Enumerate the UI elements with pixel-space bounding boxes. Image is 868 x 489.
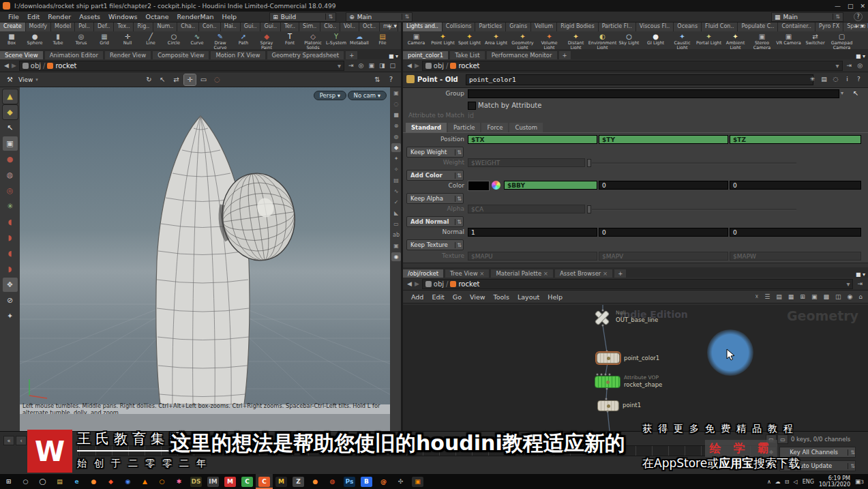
taskbar-icon-b-blue[interactable]: B [358, 474, 375, 489]
language-indicator[interactable]: ENG [803, 479, 814, 485]
back-icon[interactable]: ◀ [407, 280, 412, 287]
taskbar-icon-blender[interactable]: ● [307, 474, 324, 489]
side-tool-icon[interactable]: ▣ [3, 136, 18, 151]
side-tool-icon[interactable]: ● [3, 152, 18, 166]
color-wheel-icon[interactable] [492, 181, 500, 190]
view-tool-icon[interactable]: ↻ [143, 74, 155, 85]
taskbar-icon-orange-app[interactable]: ◍ [324, 474, 341, 489]
close-icon[interactable]: × [543, 270, 548, 277]
shelf-tool[interactable]: ● GI Light [642, 32, 669, 46]
taskbar-icon-substance[interactable]: ▣ [409, 474, 426, 489]
display-option-icon[interactable]: ◣ [391, 209, 401, 218]
param-header-icon[interactable]: ▤ [819, 74, 829, 84]
side-tool-icon[interactable]: ▲ [3, 89, 18, 104]
pane-tab[interactable]: Geometry Spreadsheet [267, 51, 344, 59]
shelf-tool[interactable]: ⇄ Switcher [802, 32, 828, 46]
shelf-more-button[interactable]: + ▾ [384, 23, 400, 29]
side-tool-icon[interactable]: ◆ [3, 105, 18, 119]
keep-weight-menu[interactable]: Keep Weight⇅ [406, 147, 464, 158]
breadcrumb[interactable]: obj/ rocket ▾ [422, 61, 843, 71]
close-icon[interactable]: × [603, 270, 608, 277]
help-icon[interactable]: ? [854, 12, 863, 21]
shelf-tool[interactable]: ✦ Geometry Light [509, 32, 536, 50]
transport-button[interactable]: ‹ [16, 436, 27, 445]
network-menu-item[interactable]: Layout [513, 293, 543, 301]
view-label[interactable]: View [18, 76, 33, 83]
taskbar-icon-zbrush[interactable]: Z [290, 474, 307, 489]
taskbar-icon-search2[interactable]: ○ [153, 474, 170, 489]
keep-texture-menu[interactable]: Keep Texture⇅ [406, 239, 464, 250]
group-pick-arrow-icon[interactable]: ↖ [853, 89, 858, 97]
network-menu-item[interactable]: View [466, 293, 490, 301]
main-view-selector[interactable]: ⊕ Main⇅ [346, 12, 413, 22]
match-by-attribute-checkbox[interactable] [468, 102, 476, 110]
shelf-tool[interactable]: ○ Sky Light [616, 32, 642, 46]
back-icon[interactable]: ◀ [4, 62, 9, 69]
taskbar-icon-marmoset[interactable]: M [222, 474, 239, 489]
display-option-icon[interactable]: ⊗ [391, 121, 401, 130]
param-tab[interactable]: Particle [448, 123, 480, 132]
shelf-tool[interactable]: T Font [278, 32, 301, 46]
shelf-tab[interactable]: Oceans [674, 23, 701, 31]
shelf-tool[interactable]: ▢ Gamepad Camera [828, 32, 855, 50]
pane-tab[interactable]: Animation Editor [45, 51, 103, 59]
menu-item[interactable]: Help [218, 12, 241, 21]
pane-tab[interactable]: Performance Monitor [487, 51, 557, 59]
network-toolbar-icon[interactable]: ☓ [753, 293, 760, 300]
shelf-tab[interactable]: Create [0, 23, 25, 31]
network-menu-item[interactable]: Add [407, 293, 428, 301]
taskbar-icon-edge[interactable]: e [68, 474, 85, 489]
param-scrollbar[interactable] [403, 263, 868, 267]
view-tool-icon[interactable]: ✛ [184, 74, 196, 85]
shelf-tab[interactable]: Tex.. [114, 23, 133, 31]
shelf-tool[interactable]: ▤ File [371, 32, 394, 46]
display-option-icon[interactable]: ▤ [391, 176, 401, 185]
display-option-icon[interactable]: ▭ [391, 220, 401, 228]
pane-tab[interactable]: Take List [450, 51, 484, 59]
persp-selector[interactable]: Persp ▾ [314, 91, 346, 100]
shelf-tool[interactable]: ✦ Ambient Light [722, 32, 749, 50]
shelf-more-button[interactable]: + ▾ [851, 23, 867, 29]
pane-tab[interactable]: Render View [105, 51, 151, 59]
taskbar-icon-cortana[interactable]: ◯ [34, 474, 51, 489]
add-normal-menu[interactable]: Add Normal⇅ [406, 216, 464, 227]
pane-options-icon[interactable]: ■ ▾ [856, 271, 868, 278]
side-tool-icon[interactable]: ◗ [3, 262, 18, 276]
display-option-icon[interactable]: ✧ [391, 165, 401, 174]
network-node-point-color1[interactable] [597, 353, 620, 364]
color-swatch[interactable] [468, 181, 490, 191]
tray-icon[interactable]: ☁ [775, 479, 781, 485]
chevron-down-icon[interactable]: ▾ [846, 280, 850, 288]
tx-field[interactable]: $TX [468, 135, 597, 144]
taskbar-icon-paint-app[interactable]: ✱ [170, 474, 188, 489]
network-canvas[interactable]: Indie Edition Geometry [403, 305, 868, 431]
param-header-icon[interactable]: ? [854, 74, 864, 84]
shelf-tab[interactable]: Container.. [778, 23, 814, 31]
pane-tab[interactable]: Composite View [153, 51, 209, 59]
pane-tab[interactable]: /obj/rocket [403, 269, 443, 278]
shelf-tab[interactable]: Num.. [153, 23, 177, 31]
shelf-tab[interactable]: Fluid Con.. [702, 23, 737, 31]
display-option-icon[interactable]: ◍ [391, 132, 401, 141]
pathbar-icon[interactable]: □ [388, 62, 397, 69]
network-node-point1[interactable] [597, 400, 619, 411]
shelf-tool[interactable]: ● Sphere [23, 32, 46, 46]
network-toolbar-icon[interactable]: ▦ [787, 293, 796, 300]
keep-alpha-menu[interactable]: Keep Alpha⇅ [406, 193, 464, 204]
param-tab[interactable]: Force [481, 123, 508, 132]
menu-item[interactable]: Windows [104, 12, 141, 21]
taskbar-icon-imageglass[interactable]: IM [205, 474, 222, 489]
shelf-tool[interactable]: ▦ Grid [93, 32, 116, 46]
main-desktop-selector[interactable]: ▦Main⇅ [771, 12, 843, 22]
forward-icon[interactable]: ▶ [415, 62, 419, 69]
pathbar-icon[interactable]: ◨ [378, 62, 387, 69]
shelf-tab[interactable]: Rig.. [134, 23, 153, 31]
display-option-icon[interactable]: ■ [391, 110, 401, 119]
shelf-tab[interactable]: Particles [475, 23, 505, 31]
pathbar-icon[interactable]: ⇥ [347, 62, 355, 69]
param-tab[interactable]: Custom [509, 123, 543, 132]
transport-button[interactable]: « [3, 436, 14, 445]
shelf-tab[interactable]: Collisions [443, 23, 475, 31]
view-option-icon[interactable]: ? [385, 74, 397, 85]
chevron-down-icon[interactable]: ▾ [841, 90, 843, 96]
